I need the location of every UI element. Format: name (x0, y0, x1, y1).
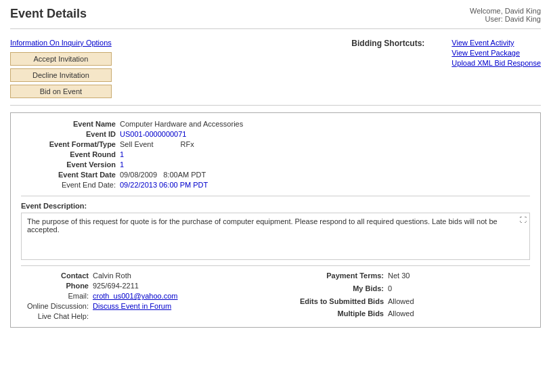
view-event-package-link[interactable]: View Event Package (451, 49, 541, 57)
description-section: Event Description: The purpose of this r… (21, 202, 530, 260)
desc-text: The purpose of this request for quote is… (27, 217, 498, 234)
bids-value: 0 (388, 284, 442, 295)
discussion-label: Online Discussion: (21, 302, 89, 310)
edits-value: Allowed (388, 297, 442, 308)
page-title: Event Details (10, 7, 87, 21)
page-container: Event Details Welcome, David King User: … (0, 0, 551, 341)
separator-1 (21, 196, 530, 196)
event-round-value: 1 (120, 150, 530, 158)
view-event-activity-link[interactable]: View Event Activity (451, 39, 541, 47)
event-name-label: Event Name (21, 120, 116, 128)
welcome-line1: Welcome, David King (470, 7, 541, 15)
event-round-label: Event Round (21, 150, 116, 158)
bids-label: My Bids: (276, 284, 384, 295)
event-start-date: 09/08/2009 (120, 171, 157, 179)
info-link[interactable]: Information On Inquiry Options (10, 39, 112, 47)
event-name-value: Computer Hardware and Accessories (120, 120, 530, 128)
bottom-info: Contact Calvin Roth Phone 925/694-2211 E… (21, 271, 530, 320)
upload-xml-bid-response-link[interactable]: Upload XML Bid Response (451, 59, 541, 67)
chat-value (93, 312, 276, 320)
header: Event Details Welcome, David King User: … (10, 7, 541, 29)
multiple-label: Multiple Bids (276, 309, 384, 320)
multiple-value: Allowed (388, 309, 442, 320)
welcome-line2: User: David King (470, 15, 541, 23)
expand-icon[interactable]: ⛶ (520, 216, 527, 223)
event-format-label: Event Format/Type (21, 140, 116, 148)
shortcut-links: View Event Activity View Event Package U… (451, 39, 541, 67)
main-box: Event Name Computer Hardware and Accesso… (10, 112, 541, 328)
event-details-grid: Event Name Computer Hardware and Accesso… (21, 120, 530, 189)
email-value[interactable]: croth_us001@yahoo.com (93, 292, 276, 300)
shortcuts-section: Bidding Shortcuts: View Event Activity V… (351, 39, 541, 67)
event-end-value: 09/22/2013 06:00 PM PDT (120, 181, 530, 189)
payment-info: Payment Terms: Net 30 My Bids: 0 Edits t… (276, 271, 530, 320)
event-format-text: Sell Event (120, 140, 154, 148)
edits-label: Edits to Submitted Bids (276, 297, 384, 308)
event-version-label: Event Version (21, 160, 116, 169)
bid-on-event-button[interactable]: Bid on Event (10, 85, 112, 98)
contact-info: Contact Calvin Roth Phone 925/694-2211 E… (21, 271, 276, 320)
terms-label: Payment Terms: (276, 271, 384, 282)
desc-label: Event Description: (21, 202, 530, 210)
event-start-value: 09/08/2009 8:00AM PDT (120, 171, 530, 179)
accept-invitation-button[interactable]: Accept Invitation (10, 52, 112, 66)
event-format-value: Sell Event RFx (120, 140, 530, 148)
separator-2 (21, 265, 530, 266)
event-version-value: 1 (120, 160, 530, 169)
top-actions: Information On Inquiry Options Accept In… (10, 35, 541, 106)
contact-label: Contact (21, 271, 89, 280)
event-rfx-text: RFx (181, 140, 194, 148)
event-id-label: Event ID (21, 130, 116, 138)
phone-label: Phone (21, 282, 89, 290)
welcome-text: Welcome, David King User: David King (470, 7, 541, 23)
decline-invitation-button[interactable]: Decline Invitation (10, 68, 112, 82)
event-start-time: 8:00AM PDT (163, 171, 206, 179)
contact-value: Calvin Roth (93, 271, 276, 280)
shortcuts-label: Bidding Shortcuts: (351, 39, 424, 48)
event-id-value: US001-0000000071 (120, 130, 530, 138)
event-start-label: Event Start Date (21, 171, 116, 179)
terms-value: Net 30 (388, 271, 442, 282)
phone-value: 925/694-2211 (93, 282, 276, 290)
chat-label: Live Chat Help: (21, 312, 89, 320)
event-end-label: Event End Date: (21, 181, 116, 189)
discussion-value[interactable]: Discuss Event in Forum (93, 302, 276, 310)
email-label: Email: (21, 292, 89, 300)
desc-box: The purpose of this request for quote is… (21, 213, 530, 260)
left-actions: Information On Inquiry Options Accept In… (10, 39, 112, 98)
